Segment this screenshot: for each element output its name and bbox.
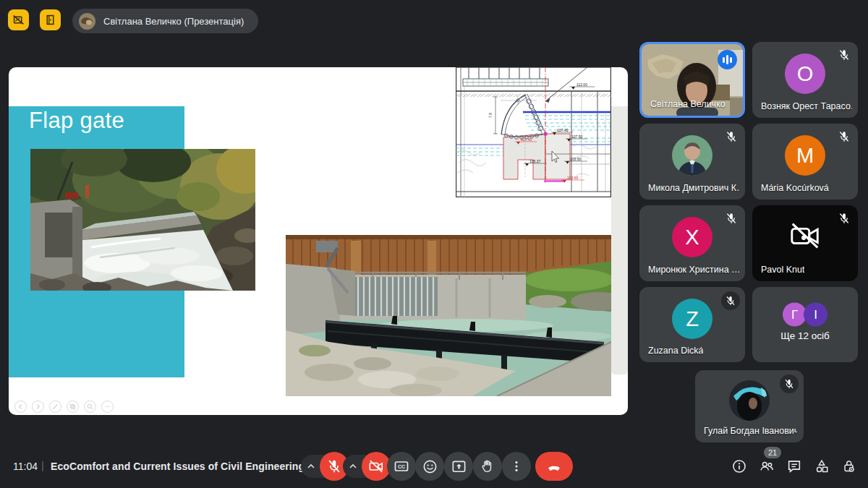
avatar-photo — [729, 380, 770, 421]
captions-icon: CC — [393, 458, 410, 475]
participant-tile-svitlana[interactable]: Світлана Величко — [639, 42, 745, 118]
dim-label: 7.8 — [488, 113, 493, 118]
hand-icon — [480, 458, 495, 474]
slide-zoom-button[interactable] — [84, 401, 96, 413]
chevron-up-icon — [306, 462, 316, 471]
shared-presentation-slide: Flap gate — [9, 67, 628, 415]
photo-weir-overflow — [30, 149, 255, 291]
participant-tile-mykola[interactable]: Микола Дмитрович К… — [639, 124, 745, 200]
call-end-icon — [545, 458, 563, 475]
presenter-avatar — [79, 13, 95, 30]
level-10745: 107.45 — [557, 128, 569, 132]
participant-name: Возняк Орест Тарасо… — [761, 101, 852, 111]
divider: | — [41, 459, 44, 471]
end-call-button[interactable] — [535, 452, 573, 481]
present-screen-button[interactable] — [444, 452, 473, 481]
level-10365: 103.65 — [567, 176, 579, 180]
mic-off-icon — [725, 295, 736, 307]
technical-drawing: 7.8 112.00 107.45 107.50 107.40 105.37 1… — [456, 67, 611, 197]
slide-prev-button[interactable] — [14, 401, 27, 413]
avatar: M — [785, 135, 825, 176]
chat-button[interactable] — [786, 458, 802, 474]
presentation-app-backdrop — [611, 106, 628, 374]
level-10750: 107.50 — [571, 134, 583, 139]
host-controls-button[interactable] — [841, 458, 857, 474]
more-people-label: Ще 12 осіб — [752, 330, 858, 341]
raise-hand-button[interactable] — [473, 452, 502, 481]
more-people-tile[interactable]: Г І Ще 12 осіб — [752, 287, 858, 362]
participant-name: Миронюк Христина … — [648, 265, 739, 275]
activities-button[interactable] — [814, 458, 830, 474]
participant-tile-voznyak[interactable]: О Возняк Орест Тарасо… — [752, 42, 858, 118]
reactions-button[interactable] — [415, 452, 444, 481]
slide-title: Flap gate — [29, 108, 124, 134]
mic-off-icon — [725, 212, 738, 225]
annotation-disabled-button[interactable] — [8, 9, 29, 30]
mic-off-icon — [783, 378, 795, 390]
slide-next-button[interactable] — [32, 401, 44, 413]
participant-tile-maria[interactable]: M Mária Kocúrková — [752, 124, 858, 200]
avatar: О — [785, 53, 825, 94]
more-options-button[interactable] — [502, 452, 531, 481]
slide-nav-controls — [14, 401, 114, 413]
avatar-photo — [672, 135, 712, 176]
more-vert-icon — [509, 459, 524, 474]
mic-off-badge — [780, 374, 799, 393]
mic-off-icon — [838, 130, 851, 143]
exit-door-icon — [44, 14, 56, 26]
annotation-disabled-icon — [12, 14, 25, 26]
camera-off-icon — [368, 458, 384, 474]
presenter-pill[interactable]: Світлана Величко (Презентація) — [72, 9, 258, 33]
level-10550: 105.50 — [570, 157, 582, 161]
photo-flap-gate-river — [286, 235, 611, 396]
avatar: Х — [672, 217, 712, 257]
avatar: І — [804, 303, 827, 327]
exit-door-button[interactable] — [40, 9, 61, 30]
clock: 11:04 — [13, 461, 38, 472]
camera-off-button[interactable] — [362, 452, 391, 481]
meeting-details-button[interactable] — [731, 458, 747, 474]
chevron-up-icon — [348, 462, 358, 471]
camera-off-icon — [788, 221, 822, 250]
mic-off-icon — [326, 458, 342, 474]
presenter-pill-label: Світлана Величко (Презентація) — [103, 16, 244, 27]
level-112: 112.00 — [576, 82, 587, 87]
participant-name: Pavol Knut — [761, 265, 804, 275]
svg-text:CC: CC — [398, 464, 405, 469]
level-10740: 107.40 — [521, 137, 532, 142]
mic-off-icon — [725, 130, 738, 143]
slide-pen-button[interactable] — [49, 401, 61, 413]
meeting-title: EcoComfort and Current Issues of Civil E… — [51, 461, 305, 472]
participant-count-badge: 21 — [764, 447, 781, 458]
mic-off-badge — [721, 291, 740, 310]
smiley-icon — [422, 458, 438, 475]
participant-name: Світлана Величко — [650, 99, 726, 109]
slide-more-button[interactable] — [101, 401, 114, 413]
mic-off-icon — [838, 212, 851, 225]
participant-tile-hulai[interactable]: Гулай Богдан Іванович — [695, 370, 804, 442]
participant-name: Mária Kocúrková — [761, 183, 829, 193]
mic-off-icon — [838, 48, 851, 61]
avatar: Z — [672, 299, 712, 339]
participant-name: Гулай Богдан Іванович — [704, 426, 797, 436]
present-icon — [451, 458, 467, 475]
participant-name: Микола Дмитрович К… — [648, 183, 739, 193]
group-avatars: Г І — [783, 303, 827, 327]
participant-tile-zuzana[interactable]: Z Zuzana Dická — [639, 287, 745, 362]
participant-tile-myroniuk[interactable]: Х Миронюк Христина … — [639, 205, 745, 281]
speaking-indicator — [718, 50, 737, 69]
show-people-button[interactable] — [759, 458, 775, 474]
level-10537: 105.37 — [529, 159, 541, 163]
participant-name: Zuzana Dická — [648, 346, 703, 356]
participant-tile-pavol[interactable]: Pavol Knut — [752, 205, 858, 281]
captions-button[interactable]: CC — [387, 452, 416, 481]
slide-overview-button[interactable] — [67, 401, 79, 413]
